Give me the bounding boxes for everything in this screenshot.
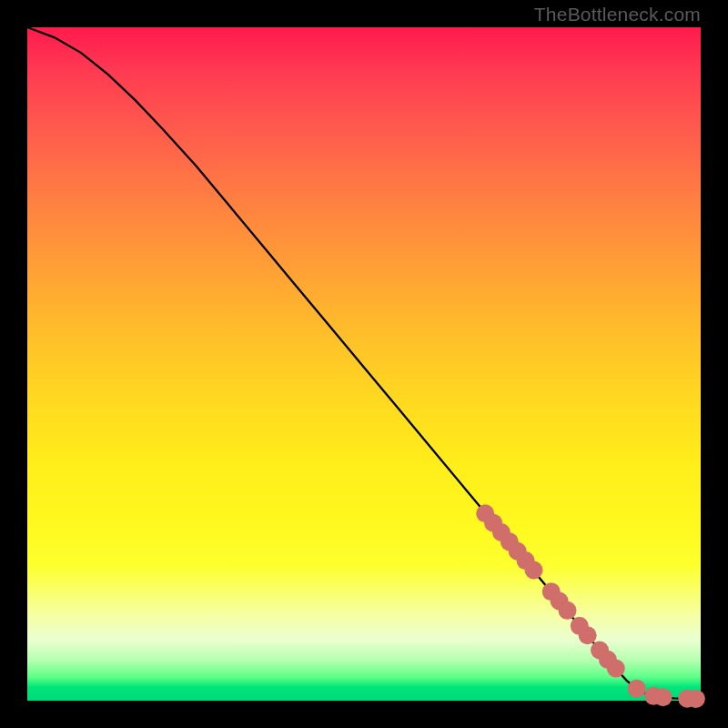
- marker-point: [558, 602, 576, 620]
- marker-point: [524, 561, 542, 579]
- attribution-text: TheBottleneck.com: [534, 4, 701, 25]
- marker-point: [607, 659, 625, 677]
- marker-point: [579, 626, 597, 644]
- marker-point: [687, 690, 705, 708]
- marker-point: [628, 680, 646, 698]
- chart-frame: TheBottleneck.com: [0, 0, 728, 728]
- bottleneck-curve: [27, 27, 701, 699]
- marker-point: [654, 688, 672, 706]
- highlighted-points: [476, 504, 705, 708]
- chart-overlay: [27, 27, 701, 701]
